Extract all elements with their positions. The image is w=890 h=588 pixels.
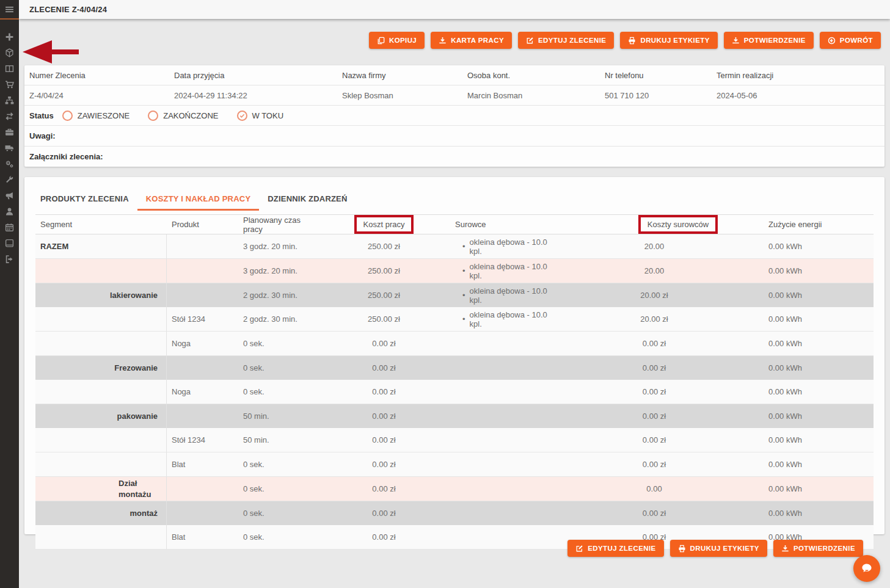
- material-value: okleina dębowa - 10.0 kpl.: [470, 262, 553, 280]
- product-name: Noga: [172, 387, 191, 396]
- energy-value: 0.00 kWh: [768, 314, 802, 324]
- sidebar-item-exchange[interactable]: [0, 108, 19, 124]
- table-header-row: SegmentProduktPlanowany czas pracyKoszt …: [35, 214, 874, 234]
- sidebar-item-bullhorn[interactable]: [0, 187, 19, 203]
- material-value: okleina dębowa - 10.0 kpl.: [470, 310, 553, 328]
- download-icon: [439, 37, 447, 45]
- info-field-value: Sklep Bosman: [337, 85, 462, 105]
- button-label: EDYTUJ ZLECENIE: [538, 37, 606, 44]
- plus-icon: [5, 32, 14, 42]
- labor-cost-value: 250.00 zł: [368, 266, 400, 275]
- material-cost-value: 20.00 zł: [640, 314, 668, 324]
- status-radio-w-toku[interactable]: W TOKU: [237, 111, 284, 121]
- energy-value: 0.00 kWh: [768, 460, 802, 469]
- button-label: DRUKUJ ETYKIETY: [690, 545, 759, 552]
- sidebar-item-signout[interactable]: [0, 251, 19, 267]
- planned-time-value: 0 sek.: [243, 387, 264, 396]
- info-field-label: Nazwa firmy: [337, 65, 462, 85]
- table-row: Stół 123450 min.0.00 zł0.00 zł0.00 kWh: [35, 428, 874, 452]
- material-cost-value: 0.00 zł: [643, 387, 666, 396]
- sidebar-item-columns[interactable]: [0, 60, 19, 76]
- table-row: Blat0 sek.0.00 zł0.00 zł0.00 kWh: [35, 452, 874, 477]
- order-info-card: Numer ZleceniaData przyjęciaNazwa firmyO…: [24, 65, 885, 167]
- copy-icon: [377, 37, 385, 45]
- radio-circle: [237, 111, 247, 121]
- tab-produkty-zlecenia[interactable]: PRODUKTY ZLECENIA: [32, 189, 137, 211]
- karta-pracy-button[interactable]: KARTA PRACY: [431, 32, 512, 49]
- tab-bar: PRODUKTY ZLECENIAKOSZTY I NAKŁAD PRACYDZ…: [32, 189, 885, 211]
- sidebar-item-book[interactable]: [0, 235, 19, 251]
- annotation-highlight-box: Koszty surowców: [638, 215, 718, 234]
- print-icon: [628, 37, 636, 45]
- segment-name: RAZEM: [40, 242, 68, 251]
- status-label: Status: [29, 111, 54, 120]
- energy-value: 0.00 kWh: [768, 435, 802, 445]
- labor-cost-value: 0.00 zł: [372, 509, 395, 518]
- status-row: Status ZAWIESZONEZAKOŃCZONEW TOKU: [24, 105, 885, 125]
- planned-time-value: 2 godz. 30 min.: [243, 314, 297, 324]
- planned-time-value: 50 min.: [243, 412, 269, 421]
- sidebar-item-calendar[interactable]: [0, 219, 19, 235]
- labor-cost-value: 0.00 zł: [372, 339, 395, 348]
- signout-icon: [5, 255, 14, 264]
- info-field-label: Data przyjęcia: [169, 65, 337, 85]
- tab-koszty-i-naklad-pracy[interactable]: KOSZTY I NAKŁAD PRACY: [137, 189, 260, 211]
- radio-label: W TOKU: [252, 111, 284, 120]
- planned-time-value: 3 godz. 20 min.: [243, 242, 297, 251]
- attachments-label: Załączniki zlecenia:: [29, 152, 103, 161]
- edytuj-zlecenie-button[interactable]: EDYTUJ ZLECENIE: [518, 32, 614, 49]
- chat-button[interactable]: [853, 555, 880, 582]
- energy-value: 0.00 kWh: [768, 242, 802, 251]
- info-field-label: Nr telefonu: [600, 65, 712, 85]
- drukuj-etykiety-button[interactable]: DRUKUJ ETYKIETY: [670, 540, 767, 557]
- check-icon: [239, 113, 245, 118]
- sidebar-item-plus[interactable]: [0, 29, 19, 45]
- energy-value: 0.00 kWh: [768, 387, 802, 396]
- cogs-icon: [5, 159, 14, 169]
- energy-value: 0.00 kWh: [768, 266, 802, 275]
- energy-value: 0.00 kWh: [768, 484, 802, 493]
- material-cost-value: 0.00 zł: [643, 509, 666, 518]
- powrot-button[interactable]: POWRÓT: [820, 32, 881, 49]
- column-header: Segment: [35, 215, 167, 234]
- annotation-highlight-box: Koszt pracy: [354, 215, 414, 234]
- drukuj-etykiety-button[interactable]: DRUKUJ ETYKIETY: [620, 32, 717, 49]
- sidebar-item-briefcase[interactable]: [0, 124, 19, 140]
- edytuj-zlecenie-button[interactable]: EDYTUJ ZLECENIE: [567, 540, 663, 557]
- sidebar-item-truck[interactable]: [0, 140, 19, 156]
- labor-cost-value: 250.00 zł: [368, 314, 400, 324]
- calendar-icon: [5, 223, 14, 232]
- tab-dziennik-zdarzen[interactable]: DZIENNIK ZDARZEŃ: [259, 189, 356, 211]
- bullhorn-icon: [5, 191, 14, 200]
- potwierdzenie-button[interactable]: POTWIERDZENIE: [724, 32, 814, 49]
- hamburger-menu-icon[interactable]: [0, 0, 19, 18]
- sidebar-item-cube[interactable]: [0, 45, 19, 60]
- cube-icon: [5, 48, 14, 57]
- sidebar-item-wrench[interactable]: [0, 172, 19, 187]
- table-row: Dział montażu0 sek.0.00 zł0.000.00 kWh: [35, 477, 874, 501]
- status-radio-zawieszone[interactable]: ZAWIESZONE: [62, 111, 129, 121]
- radio-circle: [62, 111, 73, 121]
- table-row: Stół 12342 godz. 30 min.250.00 zł•oklein…: [35, 307, 874, 332]
- table-row: Frezowanie0 sek.0.00 zł0.00 zł0.00 kWh: [35, 356, 874, 380]
- sidebar-item-user[interactable]: [0, 203, 19, 219]
- info-field-value: Z-4/04/24: [24, 85, 169, 105]
- status-radio-zakończone[interactable]: ZAKOŃCZONE: [148, 111, 218, 121]
- column-header: Koszty surowców: [553, 215, 756, 234]
- sidebar-item-sitemap[interactable]: [0, 92, 19, 108]
- potwierdzenie-button[interactable]: POTWIERDZENIE: [773, 540, 863, 557]
- top-action-buttons: KOPIUJKARTA PRACYEDYTUJ ZLECENIEDRUKUJ E…: [369, 32, 881, 49]
- sidebar-item-cogs[interactable]: [0, 156, 19, 172]
- download-icon: [781, 545, 789, 553]
- annotation-arrow: [21, 38, 80, 66]
- labor-cost-value: 250.00 zł: [368, 242, 400, 251]
- hamburger-icon: [5, 5, 14, 14]
- planned-time-value: 50 min.: [243, 435, 269, 445]
- edit-icon: [575, 545, 583, 553]
- sidebar-item-cart[interactable]: [0, 76, 19, 92]
- bullet-icon: •: [462, 314, 465, 324]
- kopiuj-button[interactable]: KOPIUJ: [369, 32, 425, 49]
- planned-time-value: 0 sek.: [243, 484, 264, 493]
- info-field-value: 2024-05-06: [712, 85, 885, 105]
- download-icon: [732, 37, 740, 45]
